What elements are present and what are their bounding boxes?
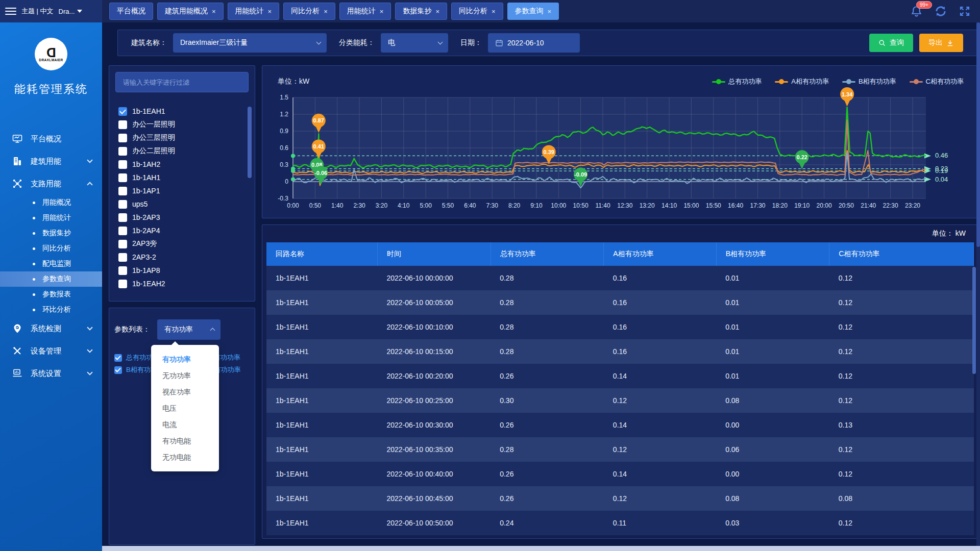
export-button[interactable]: 导出 bbox=[919, 34, 963, 52]
circuit-item[interactable]: 2AP3-2 bbox=[115, 251, 249, 264]
checkbox-unchecked[interactable] bbox=[118, 266, 127, 275]
legend-marker-icon bbox=[712, 81, 725, 83]
query-button[interactable]: 查询 bbox=[869, 34, 913, 52]
checkbox-unchecked[interactable] bbox=[118, 240, 127, 248]
checkbox-unchecked[interactable] bbox=[118, 200, 127, 209]
building-switcher[interactable]: Dra... bbox=[59, 8, 83, 15]
sidebar-subitem[interactable]: 数据集抄 bbox=[0, 226, 102, 241]
table-scrollbar[interactable] bbox=[972, 267, 976, 374]
date-picker[interactable]: 2022-06-10 bbox=[488, 33, 580, 53]
circuit-item[interactable]: 1b-1AP1 bbox=[115, 184, 249, 197]
page-scrollbar[interactable] bbox=[976, 22, 980, 546]
sidebar-item-6[interactable]: 系统设置 bbox=[0, 362, 102, 385]
checkbox-checked[interactable] bbox=[118, 107, 127, 116]
sidebar-subitem[interactable]: 用能概况 bbox=[0, 195, 102, 210]
data-table-panel: 单位： kW 回路名称时间总有功功率A相有功功率B相有功功率C相有功功率 1b-… bbox=[262, 224, 977, 539]
checkbox-unchecked[interactable] bbox=[118, 253, 127, 262]
checkbox-unchecked[interactable] bbox=[118, 213, 127, 222]
checkbox-unchecked[interactable] bbox=[118, 280, 127, 288]
sidebar-item-4[interactable]: 系统检测 bbox=[0, 317, 102, 340]
tab[interactable]: 同比分析× bbox=[283, 3, 335, 20]
tab[interactable]: 用能统计× bbox=[228, 3, 280, 20]
bell-icon[interactable]: 99+ bbox=[910, 5, 923, 18]
circuit-item[interactable]: 1b-1AP8 bbox=[115, 264, 249, 277]
sidebar-item-1[interactable]: 平台概况 bbox=[0, 128, 102, 150]
horizontal-scrollbar[interactable] bbox=[102, 546, 980, 551]
power-data-table: 回路名称时间总有功功率A相有功功率B相有功功率C相有功功率 1b-1EAH120… bbox=[266, 242, 974, 535]
sidebar-subitem[interactable]: 配电监测 bbox=[0, 256, 102, 271]
circuit-item[interactable]: 1b-1AH2 bbox=[115, 158, 249, 171]
tab[interactable]: 数据集抄× bbox=[395, 3, 447, 20]
tab-close-icon[interactable]: × bbox=[380, 8, 384, 15]
tab[interactable]: 同比分析× bbox=[451, 3, 503, 20]
circuit-item[interactable]: 1b-1AH1 bbox=[115, 171, 249, 184]
legend-item[interactable]: A相有功功率 bbox=[775, 77, 829, 86]
table-cell: 2022-06-10 00:30:00 bbox=[378, 413, 491, 437]
circuit-item[interactable]: ups5 bbox=[115, 197, 249, 211]
sidebar-item-3[interactable]: 支路用能 bbox=[0, 172, 102, 195]
circuit-item[interactable]: 1b-2AP3 bbox=[115, 211, 249, 224]
dropdown-option[interactable]: 有功电能 bbox=[151, 433, 219, 449]
checkbox-unchecked[interactable] bbox=[118, 173, 127, 182]
tab[interactable]: 参数查询× bbox=[507, 3, 559, 20]
hamburger-menu-icon[interactable] bbox=[5, 8, 16, 15]
table-cell: 0.12 bbox=[604, 388, 716, 413]
date-label: 日期： bbox=[460, 38, 482, 47]
legend-item[interactable]: 总有功功率 bbox=[712, 77, 762, 86]
circuit-search-input[interactable] bbox=[115, 72, 249, 92]
building-select[interactable]: DraexImaier三级计量 bbox=[173, 33, 327, 53]
circuit-item[interactable]: 办公三层照明 bbox=[115, 131, 249, 144]
checkbox-unchecked[interactable] bbox=[118, 120, 127, 129]
dropdown-option[interactable]: 电压 bbox=[151, 400, 219, 416]
checkbox-unchecked[interactable] bbox=[118, 227, 127, 235]
tab-close-icon[interactable]: × bbox=[268, 8, 272, 15]
dropdown-option[interactable]: 电流 bbox=[151, 416, 219, 433]
tab-close-icon[interactable]: × bbox=[548, 8, 552, 15]
svg-text:0.87: 0.87 bbox=[313, 117, 324, 123]
tab-close-icon[interactable]: × bbox=[324, 8, 328, 15]
fullscreen-icon[interactable] bbox=[959, 5, 971, 17]
circuit-item[interactable]: 办公二层照明 bbox=[115, 144, 249, 158]
table-header-cell: 回路名称 bbox=[266, 242, 378, 266]
checkbox-checked[interactable] bbox=[114, 354, 122, 362]
refresh-icon[interactable] bbox=[934, 5, 947, 18]
checkbox-unchecked[interactable] bbox=[118, 160, 127, 169]
circuit-item[interactable]: 1b-1EAH2 bbox=[115, 277, 249, 290]
sidebar-subitem[interactable]: 用能统计 bbox=[0, 210, 102, 226]
sidebar-subitem[interactable]: 环比分析 bbox=[0, 302, 102, 317]
circuit-item[interactable]: 1b-2AP4 bbox=[115, 224, 249, 237]
sidebar-item-2[interactable]: 建筑用能 bbox=[0, 150, 102, 172]
tab-close-icon[interactable]: × bbox=[435, 8, 439, 15]
circuit-list-scrollbar[interactable] bbox=[248, 107, 252, 178]
table-cell: 0.28 bbox=[491, 437, 604, 462]
circuit-item[interactable]: 1b-1EAH1 bbox=[115, 105, 249, 118]
circuit-item[interactable]: 办公一层照明 bbox=[115, 118, 249, 131]
table-row: 1b-1EAH12022-06-10 00:10:000.280.160.010… bbox=[266, 315, 974, 339]
tab[interactable]: 用能统计× bbox=[339, 3, 391, 20]
tab-close-icon[interactable]: × bbox=[492, 8, 496, 15]
dropdown-option[interactable]: 无功功率 bbox=[151, 367, 219, 384]
checkbox-unchecked[interactable] bbox=[118, 187, 127, 195]
sidebar-subitem[interactable]: 同比分析 bbox=[0, 241, 102, 256]
tab[interactable]: 平台概况 bbox=[109, 3, 153, 20]
dropdown-option[interactable]: 有功功率 bbox=[151, 351, 219, 367]
table-cell: 0.12 bbox=[829, 290, 974, 315]
sidebar-subitem[interactable]: 参数查询 bbox=[0, 271, 102, 287]
sidebar-item-5[interactable]: 设备管理 bbox=[0, 340, 102, 362]
tab-label: 同比分析 bbox=[291, 7, 320, 16]
checkbox-unchecked[interactable] bbox=[118, 134, 127, 142]
legend-item[interactable]: C相有功功率 bbox=[910, 77, 964, 86]
dropdown-option[interactable]: 无功电能 bbox=[151, 449, 219, 465]
dropdown-option[interactable]: 视在功率 bbox=[151, 384, 219, 400]
param-select[interactable]: 有功功率 bbox=[157, 319, 220, 340]
sidebar-subitem[interactable]: 参数报表 bbox=[0, 287, 102, 302]
circuit-item[interactable]: 2AP3旁 bbox=[115, 237, 249, 251]
checkbox-unchecked[interactable] bbox=[118, 147, 127, 156]
table-cell: 2022-06-10 00:50:00 bbox=[378, 511, 491, 535]
checkbox-checked[interactable] bbox=[114, 366, 122, 374]
energy-type-select[interactable]: 电 bbox=[381, 33, 448, 53]
tab-close-icon[interactable]: × bbox=[212, 8, 216, 15]
tab[interactable]: 建筑用能概况× bbox=[157, 3, 224, 20]
legend-item[interactable]: B相有功功率 bbox=[842, 77, 896, 86]
theme-language-switch[interactable]: 主题 | 中文 bbox=[21, 7, 54, 16]
